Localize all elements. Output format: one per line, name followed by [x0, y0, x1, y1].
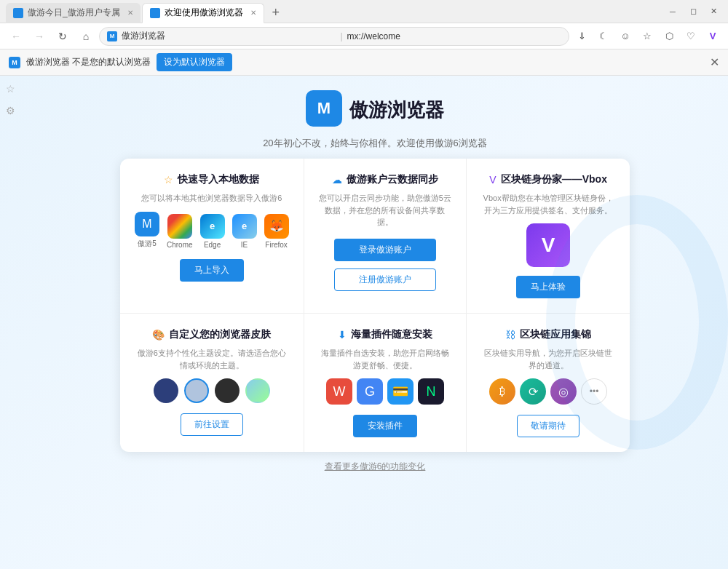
account-title: 傲游账户云数据同步 [347, 173, 438, 186]
tab2-icon [150, 8, 160, 18]
firefox-icon: 🦊 [264, 214, 289, 239]
account-card-header: ☁ 傲游账户云数据同步 [332, 173, 438, 186]
set-default-button[interactable]: 设为默认浏览器 [157, 53, 232, 71]
main-content: ☆ ⚙ M 傲游浏览器 20年初心不改，始终与你相伴。欢迎使用傲游6浏览器 ☆ … [0, 76, 728, 569]
plugin-icons: W G 💳 N [326, 378, 444, 405]
app-subtitle: 20年初心不改，始终与你相伴。欢迎使用傲游6浏览器 [263, 137, 487, 150]
ie-icon: e [232, 214, 257, 239]
minimize-button[interactable]: ─ [664, 4, 681, 19]
refresh-button[interactable]: ↻ [52, 26, 73, 47]
import-desc: 您可以将本地其他浏览器数据导入傲游6 [141, 192, 282, 204]
import-icon: ☆ [164, 174, 173, 186]
nav-actions: ⇓ ☾ ☺ ☆ ⬡ ♡ V [572, 27, 722, 46]
app-title: 傲游浏览器 [349, 98, 444, 123]
address-url: mx://welcome [347, 31, 561, 41]
browser-ie: e IE [232, 214, 257, 249]
app-logo-text: M [317, 99, 331, 118]
bell-button[interactable]: ♡ [681, 27, 700, 46]
vbox-button[interactable]: 马上体验 [516, 276, 580, 298]
account-card: ☁ 傲游账户云数据同步 您可以开启云同步功能，助您傲游5云数据，并在您的所有设备… [304, 159, 467, 314]
theme-dark[interactable] [215, 378, 240, 403]
firefox-label: Firefox [265, 241, 288, 249]
theme-desc: 傲游6支持个性化主题设定。请选适合您心情或环境的主题。 [135, 347, 289, 371]
theme-card: 🎨 自定义您的浏览器皮肤 傲游6支持个性化主题设定。请选适合您心情或环境的主题。… [120, 314, 304, 452]
tab-1[interactable]: 傲游今日_傲游用户专属 ✕ [6, 3, 141, 23]
blockchain-icon: ⛓ [505, 329, 515, 341]
blockchain-button[interactable]: 敬请期待 [517, 415, 579, 437]
theme-circles [154, 378, 270, 403]
mx-icon: M [135, 212, 159, 236]
install-plugins-button[interactable]: 安装插件 [353, 415, 417, 437]
theme-nature[interactable] [245, 378, 270, 403]
tab2-title: 欢迎使用傲游浏览器 [165, 7, 243, 19]
cards-grid: ☆ 快速导入本地数据 您可以将本地其他浏览器数据导入傲游6 M 傲游5 Chro… [120, 159, 630, 452]
theme-dark-blue[interactable] [154, 378, 178, 403]
nav-bar: ← → ↻ ⌂ M 傲游浏览器 | mx://welcome ⇓ ☾ ☺ ☆ ⬡… [0, 23, 728, 49]
vbox-card: V 区块链身份家——Vbox Vbox帮助您在本地管理区块链身份，开为三方应用提… [467, 159, 630, 314]
plugins-icon: ⬇ [338, 329, 347, 341]
plugins-desc: 海量插件自选安装，助您开启网络畅游更舒畅、便捷。 [319, 347, 452, 371]
footer-link[interactable]: 查看更多傲游6的功能变化 [325, 461, 426, 473]
theme-icon: 🎨 [152, 329, 165, 341]
import-card: ☆ 快速导入本地数据 您可以将本地其他浏览器数据导入傲游6 M 傲游5 Chro… [120, 159, 304, 314]
sidebar-settings-icon[interactable]: ⚙ [2, 105, 18, 121]
close-button[interactable]: ✕ [705, 4, 722, 19]
home-button[interactable]: ⌂ [76, 26, 96, 47]
theme-light-blue[interactable] [184, 378, 209, 403]
vbox-logo: V [526, 223, 570, 267]
address-bar[interactable]: M 傲游浏览器 | mx://welcome [99, 27, 569, 46]
bc-icon-1: ₿ [489, 378, 515, 405]
address-separator: | [340, 31, 342, 41]
maximize-button[interactable]: ◻ [684, 4, 702, 19]
chrome-icon [167, 214, 192, 239]
window-controls: ─ ◻ ✕ [664, 4, 722, 19]
login-button[interactable]: 登录傲游账户 [334, 239, 436, 261]
new-tab-button[interactable]: + [266, 3, 286, 23]
n-plugin-icon: N [418, 378, 444, 405]
bc-icon-more: ••• [581, 378, 607, 405]
office-plugin-icon: W [326, 378, 352, 405]
plugins-card: ⬇ 海量插件随意安装 海量插件自选安装，助您开启网络畅游更舒畅、便捷。 W G … [304, 314, 467, 452]
app-header: M 傲游浏览器 20年初心不改，始终与你相伴。欢迎使用傲游6浏览器 [263, 90, 487, 150]
address-prefix: 傲游浏览器 [122, 30, 336, 42]
vbox-card-header: V 区块链身份家——Vbox [489, 173, 607, 186]
theme-card-header: 🎨 自定义您的浏览器皮肤 [152, 328, 271, 341]
notif-icon: M [9, 57, 20, 68]
account-desc: 您可以开启云同步功能，助您傲游5云数据，并在您的所有设备间共享数据。 [319, 192, 452, 228]
translate-plugin-icon: G [357, 378, 383, 405]
plugins-card-header: ⬇ 海量插件随意安装 [338, 328, 432, 341]
blockchain-card: ⛓ 区块链应用集锦 区块链实用导航，为您开启区块链世界的通道。 ₿ ⟳ ◎ ••… [467, 314, 630, 452]
vbox-button[interactable]: V [703, 27, 722, 46]
browser-edge: e Edge [200, 214, 225, 249]
account-button[interactable]: ☺ [616, 27, 635, 46]
extension-button[interactable]: ⬡ [660, 27, 678, 46]
edge-icon: e [200, 214, 225, 239]
ie-label: IE [241, 241, 248, 249]
browser-chrome: Chrome [167, 214, 193, 249]
tab1-close[interactable]: ✕ [127, 9, 133, 17]
sidebar-star-icon[interactable]: ☆ [2, 83, 18, 99]
register-button[interactable]: 注册傲游账户 [334, 268, 436, 291]
bookmark-button[interactable]: ☆ [638, 27, 657, 46]
sidebar: ☆ ⚙ [0, 76, 20, 569]
mx-label: 傲游5 [138, 239, 157, 249]
address-site-icon: M [107, 31, 117, 41]
account-icon: ☁ [332, 174, 342, 186]
forward-button[interactable]: → [29, 26, 50, 47]
vbox-icon: V [489, 174, 496, 186]
chrome-label: Chrome [167, 241, 193, 249]
vbox-desc: Vbox帮助您在本地管理区块链身份，开为三方应用提供签名、支付服务。 [481, 192, 615, 216]
tab-2[interactable]: 欢迎使用傲游浏览器 ✕ [142, 3, 264, 23]
tab2-close[interactable]: ✕ [250, 9, 256, 17]
browser-icons: M 傲游5 Chrome e Edge e IE [135, 212, 289, 249]
import-button[interactable]: 马上导入 [180, 259, 244, 282]
title-bar: 傲游今日_傲游用户专属 ✕ 欢迎使用傲游浏览器 ✕ + ─ ◻ ✕ [0, 0, 728, 23]
download-button[interactable]: ⇓ [572, 27, 591, 46]
tab1-icon [13, 8, 23, 18]
back-button[interactable]: ← [6, 26, 26, 47]
theme-settings-button[interactable]: 前往设置 [181, 413, 243, 436]
blockchain-icons: ₿ ⟳ ◎ ••• [489, 378, 607, 405]
moon-button[interactable]: ☾ [594, 27, 613, 46]
import-title: 快速导入本地数据 [178, 173, 259, 186]
notification-close[interactable]: ✕ [710, 55, 719, 69]
